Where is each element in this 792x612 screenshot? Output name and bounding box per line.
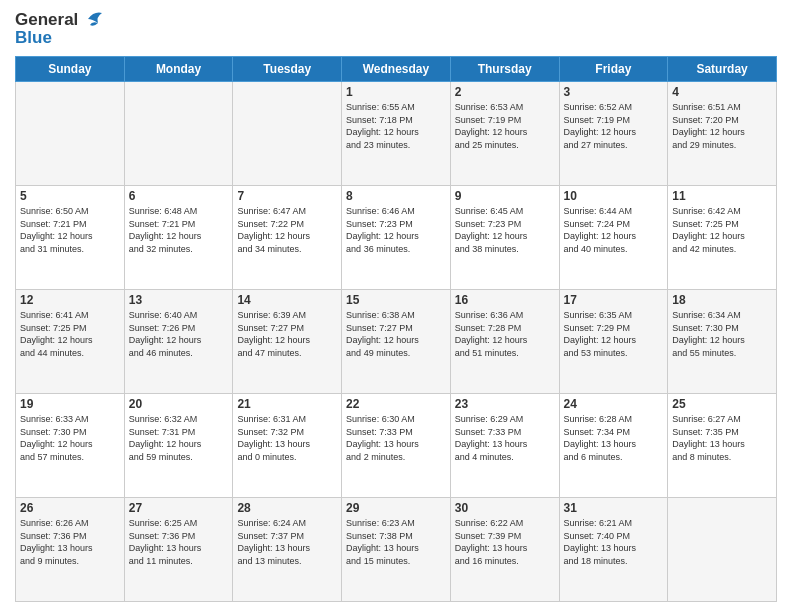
day-info: Sunrise: 6:34 AM Sunset: 7:30 PM Dayligh… [672,309,772,359]
logo-general-text: General [15,10,78,30]
day-info: Sunrise: 6:47 AM Sunset: 7:22 PM Dayligh… [237,205,337,255]
day-number: 21 [237,397,337,411]
day-number: 29 [346,501,446,515]
calendar-cell: 17Sunrise: 6:35 AM Sunset: 7:29 PM Dayli… [559,290,668,394]
calendar-cell: 13Sunrise: 6:40 AM Sunset: 7:26 PM Dayli… [124,290,233,394]
day-number: 30 [455,501,555,515]
day-number: 15 [346,293,446,307]
day-number: 8 [346,189,446,203]
day-number: 5 [20,189,120,203]
day-number: 22 [346,397,446,411]
header: General Blue [15,10,777,48]
logo-blue-text: Blue [15,28,102,48]
calendar-table: SundayMondayTuesdayWednesdayThursdayFrid… [15,56,777,602]
calendar-cell: 27Sunrise: 6:25 AM Sunset: 7:36 PM Dayli… [124,498,233,602]
day-info: Sunrise: 6:55 AM Sunset: 7:18 PM Dayligh… [346,101,446,151]
day-info: Sunrise: 6:39 AM Sunset: 7:27 PM Dayligh… [237,309,337,359]
day-info: Sunrise: 6:52 AM Sunset: 7:19 PM Dayligh… [564,101,664,151]
day-number: 24 [564,397,664,411]
calendar-cell: 6Sunrise: 6:48 AM Sunset: 7:21 PM Daylig… [124,186,233,290]
calendar-cell: 29Sunrise: 6:23 AM Sunset: 7:38 PM Dayli… [342,498,451,602]
day-info: Sunrise: 6:21 AM Sunset: 7:40 PM Dayligh… [564,517,664,567]
logo: General Blue [15,10,102,48]
weekday-header-monday: Monday [124,57,233,82]
calendar-cell [16,82,125,186]
day-info: Sunrise: 6:44 AM Sunset: 7:24 PM Dayligh… [564,205,664,255]
day-info: Sunrise: 6:38 AM Sunset: 7:27 PM Dayligh… [346,309,446,359]
weekday-header-tuesday: Tuesday [233,57,342,82]
day-info: Sunrise: 6:42 AM Sunset: 7:25 PM Dayligh… [672,205,772,255]
calendar-cell: 9Sunrise: 6:45 AM Sunset: 7:23 PM Daylig… [450,186,559,290]
day-info: Sunrise: 6:23 AM Sunset: 7:38 PM Dayligh… [346,517,446,567]
day-number: 9 [455,189,555,203]
day-number: 18 [672,293,772,307]
day-info: Sunrise: 6:30 AM Sunset: 7:33 PM Dayligh… [346,413,446,463]
day-info: Sunrise: 6:46 AM Sunset: 7:23 PM Dayligh… [346,205,446,255]
calendar-cell: 12Sunrise: 6:41 AM Sunset: 7:25 PM Dayli… [16,290,125,394]
calendar-cell: 16Sunrise: 6:36 AM Sunset: 7:28 PM Dayli… [450,290,559,394]
day-number: 10 [564,189,664,203]
day-number: 3 [564,85,664,99]
calendar-cell: 25Sunrise: 6:27 AM Sunset: 7:35 PM Dayli… [668,394,777,498]
day-info: Sunrise: 6:51 AM Sunset: 7:20 PM Dayligh… [672,101,772,151]
calendar-cell: 24Sunrise: 6:28 AM Sunset: 7:34 PM Dayli… [559,394,668,498]
day-info: Sunrise: 6:25 AM Sunset: 7:36 PM Dayligh… [129,517,229,567]
day-number: 26 [20,501,120,515]
calendar-cell: 15Sunrise: 6:38 AM Sunset: 7:27 PM Dayli… [342,290,451,394]
day-number: 7 [237,189,337,203]
day-number: 25 [672,397,772,411]
day-info: Sunrise: 6:53 AM Sunset: 7:19 PM Dayligh… [455,101,555,151]
calendar-cell: 20Sunrise: 6:32 AM Sunset: 7:31 PM Dayli… [124,394,233,498]
calendar-cell: 14Sunrise: 6:39 AM Sunset: 7:27 PM Dayli… [233,290,342,394]
day-number: 17 [564,293,664,307]
calendar-cell: 31Sunrise: 6:21 AM Sunset: 7:40 PM Dayli… [559,498,668,602]
day-info: Sunrise: 6:48 AM Sunset: 7:21 PM Dayligh… [129,205,229,255]
day-number: 6 [129,189,229,203]
day-info: Sunrise: 6:24 AM Sunset: 7:37 PM Dayligh… [237,517,337,567]
day-info: Sunrise: 6:45 AM Sunset: 7:23 PM Dayligh… [455,205,555,255]
day-number: 27 [129,501,229,515]
day-info: Sunrise: 6:28 AM Sunset: 7:34 PM Dayligh… [564,413,664,463]
weekday-header-thursday: Thursday [450,57,559,82]
calendar-cell: 5Sunrise: 6:50 AM Sunset: 7:21 PM Daylig… [16,186,125,290]
day-info: Sunrise: 6:33 AM Sunset: 7:30 PM Dayligh… [20,413,120,463]
calendar-cell: 11Sunrise: 6:42 AM Sunset: 7:25 PM Dayli… [668,186,777,290]
weekday-header-sunday: Sunday [16,57,125,82]
day-number: 16 [455,293,555,307]
day-number: 2 [455,85,555,99]
day-number: 11 [672,189,772,203]
calendar-cell: 7Sunrise: 6:47 AM Sunset: 7:22 PM Daylig… [233,186,342,290]
calendar-cell: 28Sunrise: 6:24 AM Sunset: 7:37 PM Dayli… [233,498,342,602]
calendar-cell: 10Sunrise: 6:44 AM Sunset: 7:24 PM Dayli… [559,186,668,290]
day-number: 1 [346,85,446,99]
calendar-cell: 2Sunrise: 6:53 AM Sunset: 7:19 PM Daylig… [450,82,559,186]
page: General Blue SundayMondayTuesdayWednesda… [0,0,792,612]
day-number: 14 [237,293,337,307]
calendar-cell: 22Sunrise: 6:30 AM Sunset: 7:33 PM Dayli… [342,394,451,498]
day-info: Sunrise: 6:40 AM Sunset: 7:26 PM Dayligh… [129,309,229,359]
logo-bird-icon [80,9,102,29]
calendar-cell [124,82,233,186]
day-info: Sunrise: 6:35 AM Sunset: 7:29 PM Dayligh… [564,309,664,359]
weekday-header-wednesday: Wednesday [342,57,451,82]
day-number: 23 [455,397,555,411]
day-number: 19 [20,397,120,411]
day-number: 12 [20,293,120,307]
day-info: Sunrise: 6:50 AM Sunset: 7:21 PM Dayligh… [20,205,120,255]
day-number: 28 [237,501,337,515]
weekday-header-saturday: Saturday [668,57,777,82]
day-number: 4 [672,85,772,99]
calendar-cell: 30Sunrise: 6:22 AM Sunset: 7:39 PM Dayli… [450,498,559,602]
calendar-cell: 19Sunrise: 6:33 AM Sunset: 7:30 PM Dayli… [16,394,125,498]
day-number: 13 [129,293,229,307]
day-info: Sunrise: 6:29 AM Sunset: 7:33 PM Dayligh… [455,413,555,463]
day-info: Sunrise: 6:31 AM Sunset: 7:32 PM Dayligh… [237,413,337,463]
calendar-cell: 18Sunrise: 6:34 AM Sunset: 7:30 PM Dayli… [668,290,777,394]
calendar-cell: 8Sunrise: 6:46 AM Sunset: 7:23 PM Daylig… [342,186,451,290]
day-info: Sunrise: 6:32 AM Sunset: 7:31 PM Dayligh… [129,413,229,463]
calendar-cell: 4Sunrise: 6:51 AM Sunset: 7:20 PM Daylig… [668,82,777,186]
day-number: 31 [564,501,664,515]
day-info: Sunrise: 6:26 AM Sunset: 7:36 PM Dayligh… [20,517,120,567]
day-info: Sunrise: 6:27 AM Sunset: 7:35 PM Dayligh… [672,413,772,463]
day-number: 20 [129,397,229,411]
